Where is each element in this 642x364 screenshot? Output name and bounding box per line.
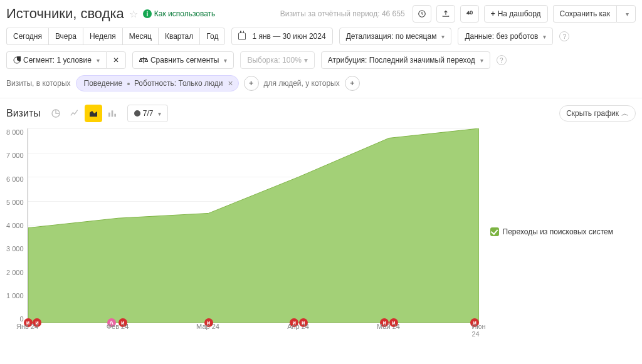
y-tick: 5 000 — [6, 199, 24, 206]
period-yesterday[interactable]: Вчера — [48, 28, 83, 45]
date-range-picker[interactable]: 1 янв — 30 июн 2024 — [231, 28, 332, 45]
filter-pill[interactable]: Поведение Роботность: Только люди × — [76, 75, 239, 91]
sample-label: Выборка: 100% — [247, 56, 301, 65]
date-range-label: 1 янв — 30 июн 2024 — [252, 32, 325, 41]
x-tick: Июн 24 — [471, 323, 485, 338]
visits-period-text: Визиты за отчётный период: 46 655 — [280, 9, 405, 18]
legend-label: Переходы из поисковых систем — [503, 227, 613, 236]
y-tick: 6 000 — [6, 175, 24, 183]
add-filter-visits[interactable]: + — [244, 76, 259, 91]
x-tick: Фев 24 — [107, 323, 129, 330]
detail-select[interactable]: Детализация: по месяцам▾ — [339, 28, 452, 45]
segment-clear[interactable]: ✕ — [106, 51, 126, 69]
chart-plot: и и А и и и и и и и — [28, 128, 479, 323]
area-series — [28, 128, 479, 323]
save-as-dropdown[interactable]: ▾ — [616, 5, 636, 23]
attribution-select[interactable]: Атрибуция: Последний значимый переход▾ — [321, 51, 490, 69]
share-button[interactable] — [436, 5, 455, 23]
filter-prefix: Визиты, в которых — [6, 79, 71, 88]
add-to-dashboard-button[interactable]: + На дашборд — [484, 5, 548, 23]
filter-pill-a: Поведение — [84, 79, 123, 88]
view-pie[interactable] — [47, 105, 65, 122]
y-tick: 3 000 — [6, 245, 24, 252]
page-title: Источники, сводка — [6, 6, 124, 22]
chart-legend: Переходы из поисковых систем — [479, 128, 613, 335]
filter-pill-b: Роботность: Только люди — [134, 79, 223, 88]
view-area[interactable] — [85, 105, 102, 122]
y-tick: 1 000 — [6, 292, 24, 299]
save-as-button[interactable]: Сохранить как — [553, 5, 616, 23]
bookmark-icon[interactable]: ☆ — [129, 8, 138, 20]
y-tick: 2 000 — [6, 269, 24, 276]
segment-label: Сегмент: 1 условие — [23, 56, 92, 65]
attribution-label: Атрибуция: Последний значимый переход — [328, 56, 475, 65]
filter-pill-remove[interactable]: × — [228, 78, 233, 88]
period-today[interactable]: Сегодня — [6, 28, 48, 45]
data-mode-label: Данные: без роботов — [465, 32, 538, 41]
period-year[interactable]: Год — [199, 28, 225, 45]
info-icon: i — [143, 9, 152, 18]
how-to-use-label: Как использовать — [154, 9, 216, 18]
legend-item[interactable]: Переходы из поисковых систем — [490, 227, 613, 236]
series-count-label: 7/7 — [143, 109, 154, 118]
help-icon[interactable]: ? — [559, 31, 569, 41]
filter-suffix: для людей, у которых — [264, 79, 340, 88]
sample-pill: Выборка: 100%▾ — [240, 51, 314, 69]
y-tick: 4 000 — [6, 222, 24, 229]
refresh-button[interactable] — [413, 5, 431, 23]
x-axis: Янв 24 Фев 24 Мар 24 Апр 24 Май 24 Июн 2… — [28, 323, 479, 335]
data-mode-select[interactable]: Данные: без роботов▾ — [458, 28, 553, 45]
detail-label: Детализация: по месяцам — [346, 32, 437, 41]
y-axis: 8 000 7 000 6 000 5 000 4 000 3 000 2 00… — [6, 128, 28, 323]
hide-chart-button[interactable]: Скрыть график ︿ — [559, 105, 636, 122]
calendar-icon — [238, 33, 246, 40]
compare-segments-label: Сравнить сегменты — [150, 56, 219, 65]
add-to-dashboard-label: На дашборд — [498, 9, 541, 18]
svg-rect-5 — [114, 114, 116, 117]
y-tick: 7 000 — [6, 152, 24, 159]
compare-segments-button[interactable]: Сравнить сегменты▾ — [132, 51, 234, 69]
legend-checkbox[interactable] — [490, 227, 499, 236]
view-bar[interactable] — [103, 105, 121, 122]
help-icon-2[interactable]: ? — [497, 55, 507, 65]
view-line[interactable] — [66, 105, 83, 122]
how-to-use-link[interactable]: i Как использовать — [143, 9, 216, 18]
svg-rect-3 — [108, 113, 110, 117]
x-tick: Янв 24 — [16, 323, 38, 330]
chevron-up-icon: ︿ — [621, 108, 629, 119]
y-tick: 8 000 — [6, 128, 24, 136]
period-preset-group: Сегодня Вчера Неделя Месяц Квартал Год — [6, 28, 225, 45]
svg-rect-4 — [111, 110, 113, 117]
period-quarter[interactable]: Квартал — [158, 28, 199, 45]
add-filter-people[interactable]: + — [345, 76, 360, 91]
pie-icon — [13, 56, 21, 64]
series-count-button[interactable]: 7/7▾ — [127, 105, 169, 122]
hide-chart-label: Скрыть график — [566, 109, 619, 118]
x-tick: Мар 24 — [196, 323, 219, 330]
chart-title: Визиты — [6, 108, 41, 119]
period-week[interactable]: Неделя — [83, 28, 122, 45]
action-button[interactable]: ⁴⁰ — [460, 5, 479, 23]
scales-icon — [139, 56, 148, 64]
x-tick: Апр 24 — [287, 323, 309, 330]
segment-button[interactable]: Сегмент: 1 условие▾ — [6, 51, 106, 69]
period-month[interactable]: Месяц — [122, 28, 158, 45]
x-tick: Май 24 — [377, 323, 400, 330]
